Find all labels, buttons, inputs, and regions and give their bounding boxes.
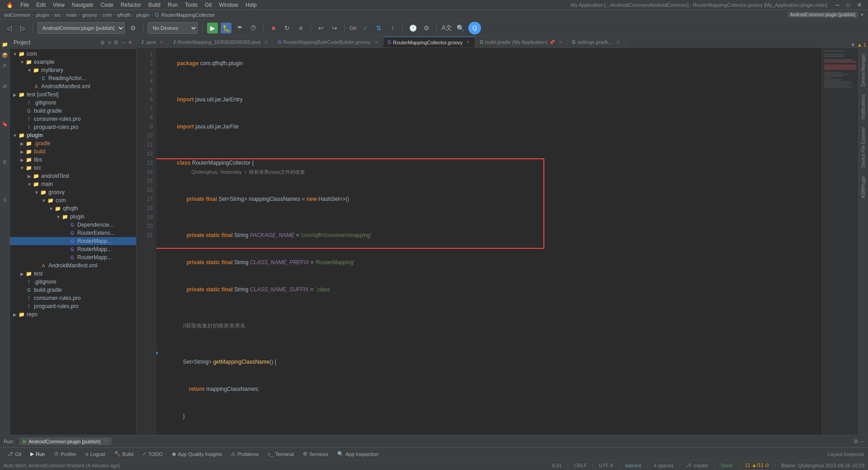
tree-dependencies[interactable]: G Dependencie... bbox=[10, 221, 136, 229]
breadcrumb-main[interactable]: main bbox=[66, 12, 77, 18]
back-btn[interactable]: ◁ bbox=[4, 23, 14, 33]
breadcrumb-src[interactable]: src bbox=[54, 12, 61, 18]
line-ending[interactable]: CRLF bbox=[574, 463, 587, 468]
menu-git[interactable]: Git bbox=[202, 1, 214, 9]
breadcrumb-plugin1[interactable]: plugin bbox=[36, 12, 49, 18]
hide-run-btn[interactable]: ─ bbox=[860, 438, 864, 445]
sync-btn[interactable]: ↻ bbox=[282, 23, 292, 33]
breadcrumb-oidcommon[interactable]: oidCommon bbox=[4, 12, 30, 18]
tab-close-btn[interactable]: ✕ bbox=[160, 39, 164, 45]
notifications-label[interactable]: Notifications bbox=[859, 91, 867, 123]
profile-btn[interactable]: ⏱ bbox=[248, 23, 259, 33]
tree-build-gradle1[interactable]: G build.gradle bbox=[10, 107, 136, 115]
menu-help[interactable]: Help bbox=[243, 1, 259, 9]
tree-proguard-rules2[interactable]: f proguard-rules.pro bbox=[10, 302, 136, 310]
tree-gitignore2[interactable]: f .gitignore bbox=[10, 278, 136, 286]
structure-icon[interactable]: S bbox=[0, 195, 9, 204]
tree-android-test[interactable]: ▶ 📁 androidTest bbox=[10, 172, 136, 180]
tree-reading-activi[interactable]: C ReadingActivi... bbox=[10, 74, 136, 82]
search-btn[interactable]: 🔍 bbox=[455, 23, 466, 33]
tree-src[interactable]: ▼ 📁 src bbox=[10, 164, 136, 172]
menu-view[interactable]: View bbox=[50, 1, 67, 9]
tree-consumer-rules2[interactable]: f consumer-rules.pro bbox=[10, 294, 136, 302]
tab-close-btn[interactable]: ✕ bbox=[558, 39, 562, 45]
app-inspection-btn[interactable]: 🔍 App Inspection bbox=[334, 450, 382, 458]
tree-groovy-folder[interactable]: ▼ 📁 groovy bbox=[10, 188, 136, 196]
git-merge-btn[interactable]: ⇅ bbox=[373, 23, 384, 33]
indent[interactable]: 4 spaces bbox=[654, 463, 674, 468]
device-selector[interactable]: No Devices bbox=[148, 22, 198, 34]
breadcrumb-groovy[interactable]: groovy bbox=[82, 12, 97, 18]
gradle-btn[interactable]: ≡ bbox=[295, 23, 306, 33]
vcs-branch[interactable]: ⎇ master bbox=[686, 462, 709, 468]
services-tool-btn[interactable]: ⚙ Services bbox=[299, 450, 332, 458]
todo-tool-btn[interactable]: ✓ TODO bbox=[139, 450, 166, 458]
menu-navigate[interactable]: Navigate bbox=[69, 1, 96, 9]
menu-fire-icon[interactable]: 🔥 bbox=[4, 1, 16, 9]
tree-libs[interactable]: ▶ 📁 libs bbox=[10, 156, 136, 164]
tree-routermapp2[interactable]: G RouterMapp... bbox=[10, 245, 136, 253]
menu-window[interactable]: Window bbox=[216, 1, 241, 9]
project-icon[interactable]: 📁 bbox=[0, 40, 9, 49]
tree-test-unit[interactable]: ▶ 📁 test [unitTest] bbox=[10, 90, 136, 99]
device-manager-label[interactable]: Device Manager bbox=[859, 50, 867, 90]
config-selector[interactable]: AndroidCommon:plugin [publish] bbox=[38, 22, 125, 34]
cursor-position[interactable]: 6:31 bbox=[552, 463, 561, 468]
build-variants-icon[interactable]: B bbox=[0, 157, 9, 166]
warnings-status[interactable]: 11 ▲/11 ⊙ bbox=[745, 462, 769, 468]
coverage-btn[interactable]: ☂ bbox=[234, 23, 245, 33]
menu-file[interactable]: File bbox=[18, 1, 32, 9]
resource-icon[interactable]: 📦 bbox=[0, 51, 9, 60]
encoding[interactable]: UTF-8 bbox=[599, 463, 613, 468]
menu-tools[interactable]: Tools bbox=[182, 1, 200, 9]
settings-btn[interactable]: ⚙ bbox=[421, 23, 432, 33]
pull-requests-icon[interactable]: ⇄ bbox=[0, 81, 9, 90]
maximize-btn[interactable]: □ bbox=[844, 1, 853, 9]
menu-code[interactable]: Code bbox=[98, 1, 116, 9]
clock-btn[interactable]: 🕐 bbox=[407, 23, 418, 33]
stop-btn[interactable]: ■ bbox=[268, 23, 279, 33]
run-tool-btn[interactable]: ▶ Run bbox=[27, 450, 48, 458]
tree-plugin2[interactable]: ▼ 📁 plugin bbox=[10, 213, 136, 221]
config-settings-btn[interactable]: ⚙ bbox=[127, 23, 138, 33]
tree-build-gradle2[interactable]: G build.gradle bbox=[10, 286, 136, 294]
redo-btn[interactable]: ↪ bbox=[329, 23, 340, 33]
tree-androidmanifest1[interactable]: A AndroidManifest.xml bbox=[10, 82, 136, 90]
git-push-btn[interactable]: ↑ bbox=[387, 23, 398, 33]
tree-gradle-folder[interactable]: ▶ 📁 .gradle bbox=[10, 139, 136, 147]
build-tool-btn[interactable]: 🔨 Build bbox=[111, 450, 137, 458]
breadcrumb-com[interactable]: com bbox=[103, 12, 112, 18]
forward-btn[interactable]: ▷ bbox=[17, 23, 28, 33]
bookmarks-icon[interactable]: 🔖 bbox=[0, 119, 9, 128]
tab-routermapping-java[interactable]: J RouterMapping_1695826098358.java ✕ bbox=[169, 37, 274, 47]
code-content[interactable]: package com.qfhqfh.plugin import java.ut… bbox=[156, 48, 822, 435]
menu-run[interactable]: Run bbox=[165, 1, 180, 9]
project-pin-btn[interactable]: ─ bbox=[121, 39, 125, 46]
tree-routermapp3[interactable]: G RouterMapp... bbox=[10, 253, 136, 261]
undo-btn[interactable]: ↩ bbox=[316, 23, 326, 33]
tab-routermapping-collector[interactable]: G RouterMappingCollector.groovy ✕ bbox=[383, 37, 476, 47]
tab-routermapping-bytecode[interactable]: G RouterMappingByteCodeBuilder.groovy ✕ bbox=[273, 37, 383, 47]
translate-btn[interactable]: A文 bbox=[441, 23, 452, 33]
terminal-tool-btn[interactable]: >_ Terminal bbox=[264, 451, 297, 458]
run-tab-close-btn[interactable]: ✕ bbox=[104, 438, 108, 444]
project-gear-btn[interactable]: ⚙ bbox=[113, 39, 118, 46]
tree-mylibrary[interactable]: ▼ 📁 mylibrary bbox=[10, 66, 136, 74]
tree-plugin[interactable]: ▼ 📁 plugin bbox=[10, 131, 136, 139]
run-tab-androidcommon[interactable]: ▶ AndroidCommon:plugin [publish] ✕ bbox=[19, 437, 112, 445]
problems-tool-btn[interactable]: ⚠ Problems bbox=[227, 450, 262, 458]
tab-close-btn[interactable]: ✕ bbox=[374, 39, 378, 45]
menu-refactor[interactable]: Refactor bbox=[118, 1, 144, 9]
menu-edit[interactable]: Edit bbox=[33, 1, 48, 9]
tab-settings-gradle[interactable]: G settings.gradk... ✕ bbox=[567, 37, 625, 47]
tree-com2[interactable]: ▼ 📁 com bbox=[10, 196, 136, 204]
tree-qfhqfh[interactable]: ▼ 📁 qfhqfh bbox=[10, 204, 136, 213]
layout-inspector-btn[interactable]: Layout Inspector bbox=[828, 451, 864, 457]
asmplugin-label[interactable]: ASMPlugin bbox=[859, 172, 867, 202]
git-tool-btn[interactable]: ⎇ Git bbox=[4, 450, 25, 458]
tree-routerextens[interactable]: G RouterExtens... bbox=[10, 229, 136, 237]
breadcrumb-qfhqfh[interactable]: qfhqfh bbox=[117, 12, 131, 18]
tree-proguard-rules1[interactable]: f proguard-rules.pro bbox=[10, 123, 136, 131]
tree-gitignore1[interactable]: f .gitignore bbox=[10, 99, 136, 107]
config-btn[interactable]: AndroidCommon:plugin [publish] bbox=[788, 12, 859, 18]
